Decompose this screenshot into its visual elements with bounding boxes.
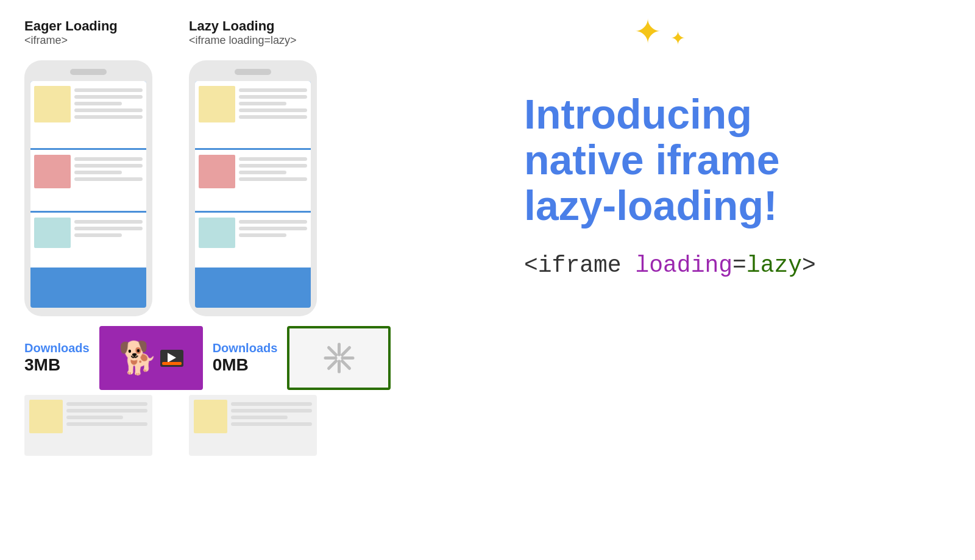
lazy-title: Lazy Loading	[189, 18, 317, 34]
line	[239, 102, 286, 105]
line	[66, 409, 147, 413]
line	[231, 402, 312, 406]
lazy-phone	[189, 60, 317, 316]
sparkle-small-icon: ✦	[670, 27, 686, 49]
phone-notch-lazy	[235, 69, 271, 75]
code-equals: =	[732, 252, 746, 278]
bottom-lines-lazy	[231, 400, 312, 451]
line	[66, 422, 147, 426]
right-section: ✦ ✦ Introducing native iframe lazy-loadi…	[488, 18, 951, 542]
line	[74, 108, 143, 112]
intro-line2: native iframe	[524, 137, 951, 183]
line	[74, 164, 143, 168]
lazy-screen-top	[195, 81, 311, 148]
eager-block-yellow	[34, 86, 71, 122]
svg-line-7	[328, 361, 336, 369]
labels-row: Eager Loading <iframe> Lazy Loading <ifr…	[24, 18, 317, 52]
line	[231, 416, 288, 419]
line	[239, 88, 307, 92]
lazy-iframe-preview	[287, 326, 391, 390]
line	[74, 177, 143, 181]
code-iframe-open: <iframe	[524, 252, 635, 278]
line	[74, 88, 143, 92]
dog-video-content: 🐕	[102, 328, 200, 388]
eager-bottom-preview	[24, 395, 152, 456]
line	[74, 115, 143, 119]
eager-block-red	[34, 155, 71, 188]
bottom-sections-row	[24, 395, 317, 456]
line	[74, 102, 122, 105]
svg-line-5	[342, 361, 349, 369]
lazy-phone-column	[189, 60, 317, 316]
lazy-lines-top	[239, 86, 307, 143]
eager-phone	[24, 60, 152, 316]
intro-line3: lazy-loading!	[524, 183, 951, 229]
code-lazy-value: lazy	[746, 252, 802, 278]
line	[239, 171, 286, 174]
phones-row	[24, 60, 317, 316]
intro-line1: Introducing	[524, 91, 951, 137]
eager-title: Eager Loading	[24, 18, 152, 34]
svg-line-4	[328, 348, 336, 355]
lazy-label-block: Lazy Loading <iframe loading=lazy>	[189, 18, 317, 52]
left-section: Eager Loading <iframe> Lazy Loading <ifr…	[24, 18, 488, 542]
lazy-downloads-label: Downloads	[213, 341, 278, 355]
line	[74, 220, 143, 224]
lazy-lines-mid	[239, 155, 307, 206]
line	[66, 402, 147, 406]
lazy-subtitle: <iframe loading=lazy>	[189, 34, 317, 47]
eager-downloads-value: 3MB	[24, 355, 90, 375]
bottom-block-yellow-lazy	[194, 400, 227, 433]
eager-downloads: Downloads 3MB	[24, 341, 90, 375]
intro-title: Introducing native iframe lazy-loading!	[524, 91, 951, 228]
line	[239, 233, 286, 237]
line	[239, 220, 307, 224]
line	[74, 157, 143, 161]
lazy-screen-bottom	[195, 213, 311, 268]
video-player-icon	[160, 350, 183, 367]
lazy-downloads: Downloads 0MB	[213, 341, 278, 375]
lazy-screen-middle	[195, 150, 311, 211]
eager-phone-column	[24, 60, 152, 316]
line	[239, 95, 307, 99]
eager-iframe-preview: 🐕	[99, 326, 203, 390]
eager-lines-mid	[74, 155, 143, 206]
line	[74, 95, 143, 99]
line	[239, 164, 307, 168]
video-progress-bar	[162, 362, 182, 365]
eager-subtitle: <iframe>	[24, 34, 152, 47]
line	[74, 227, 143, 230]
lazy-block-teal	[199, 218, 235, 248]
bottom-lines-eager	[66, 400, 147, 451]
dog-icon: 🐕	[118, 339, 158, 377]
loading-spinner-icon	[322, 341, 356, 375]
line	[231, 422, 312, 426]
line	[239, 115, 307, 119]
line	[74, 233, 122, 237]
line	[239, 157, 307, 161]
eager-screen-top	[30, 81, 146, 148]
eager-lines-top	[74, 86, 143, 143]
lazy-block-red	[199, 155, 235, 188]
downloads-row: Downloads 3MB 🐕 Downloads 0MB	[24, 326, 391, 390]
eager-screen	[30, 81, 146, 308]
eager-downloads-label: Downloads	[24, 341, 90, 355]
line	[231, 409, 312, 413]
eager-lines-bot	[74, 218, 143, 263]
code-loading-word: loading	[635, 252, 732, 278]
eager-block-teal	[34, 218, 71, 248]
lazy-screen	[195, 81, 311, 308]
sparkle-big-icon: ✦	[634, 12, 662, 51]
code-snippet: <iframe loading=lazy>	[524, 252, 951, 278]
lazy-lines-bot	[239, 218, 307, 263]
lazy-downloads-value: 0MB	[213, 355, 278, 375]
code-close-bracket: >	[802, 252, 816, 278]
line	[239, 108, 307, 112]
lazy-label: Lazy Loading <iframe loading=lazy>	[189, 18, 317, 47]
eager-screen-middle	[30, 150, 146, 211]
line	[239, 177, 307, 181]
svg-line-6	[342, 348, 349, 355]
lazy-block-yellow	[199, 86, 235, 122]
eager-screen-bottom	[30, 213, 146, 268]
eager-label: Eager Loading <iframe>	[24, 18, 152, 47]
